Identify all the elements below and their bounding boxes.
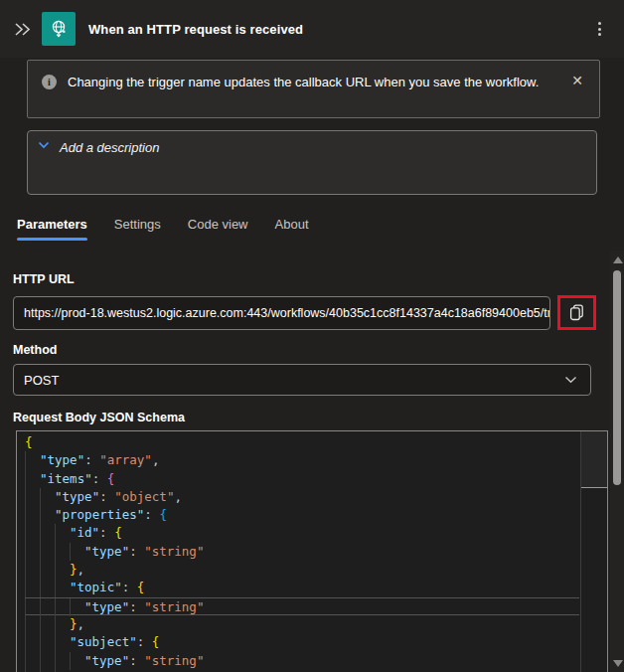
editor-scrollbar-thumb[interactable] <box>581 431 607 488</box>
tab-settings[interactable]: Settings <box>114 217 161 241</box>
code-line: "type": "object", <box>25 488 579 506</box>
panel-header: When an HTTP request is received <box>0 0 624 58</box>
double-chevron-right-icon <box>13 21 32 38</box>
code-line: "type": "string" <box>25 652 579 670</box>
chevron-down-icon <box>38 141 50 149</box>
http-url-label: HTTP URL <box>13 272 75 286</box>
chevron-down-icon <box>564 376 577 384</box>
info-banner: i Changing the trigger name updates the … <box>27 60 600 118</box>
code-line: }, <box>25 615 579 633</box>
method-value: POST <box>24 373 59 388</box>
tab-code-view[interactable]: Code view <box>188 217 248 241</box>
code-line: "type": "string" <box>25 597 579 615</box>
http-trigger-icon <box>42 12 76 46</box>
json-schema-editor[interactable]: {"type": "array","items": {"type": "obje… <box>16 430 608 672</box>
description-placeholder: Add a description <box>60 140 159 155</box>
method-label: Method <box>13 343 601 357</box>
info-banner-text: Changing the trigger name updates the ca… <box>68 72 543 92</box>
panel-scrollbar[interactable] <box>610 251 624 672</box>
globe-request-icon <box>48 18 70 40</box>
editor-scrollbar[interactable] <box>580 431 607 672</box>
info-icon: i <box>42 75 57 89</box>
code-line: "type": "string" <box>25 543 579 561</box>
tab-parameters[interactable]: Parameters <box>17 217 87 241</box>
code-line: "topic": { <box>25 579 579 596</box>
scroll-up-icon[interactable] <box>613 256 623 263</box>
description-box[interactable]: Add a description <box>27 130 597 195</box>
tabs: ParametersSettingsCode viewAbout <box>17 217 624 241</box>
copy-icon <box>569 304 584 321</box>
parameters-panel: HTTP URL https://prod-18.westus2.logic.a… <box>0 251 610 672</box>
collapse-panel-icon[interactable] <box>10 17 34 41</box>
close-icon[interactable]: ✕ <box>567 72 587 89</box>
code-line: "subject": { <box>25 633 579 651</box>
copy-url-button[interactable] <box>562 299 591 326</box>
code-line: "id": { <box>25 524 579 542</box>
panel-scrollbar-thumb[interactable] <box>613 270 621 485</box>
method-select[interactable]: POST <box>13 364 591 396</box>
scroll-down-icon[interactable] <box>613 660 623 667</box>
red-annotation-box <box>557 295 596 330</box>
tab-about[interactable]: About <box>275 217 309 241</box>
code-line: "properties": { <box>25 506 579 524</box>
trigger-title: When an HTTP request is received <box>88 22 303 37</box>
schema-code: {"type": "array","items": {"type": "obje… <box>17 433 579 672</box>
http-url-input[interactable]: https://prod-18.westus2.logic.azure.com:… <box>13 296 550 330</box>
schema-label: Request Body JSON Schema <box>13 411 601 424</box>
code-line: }, <box>25 561 579 579</box>
code-line: "type": "array", <box>25 451 579 469</box>
code-line: { <box>25 433 579 451</box>
code-line: "items": { <box>25 470 579 488</box>
more-options-icon[interactable] <box>588 16 610 42</box>
